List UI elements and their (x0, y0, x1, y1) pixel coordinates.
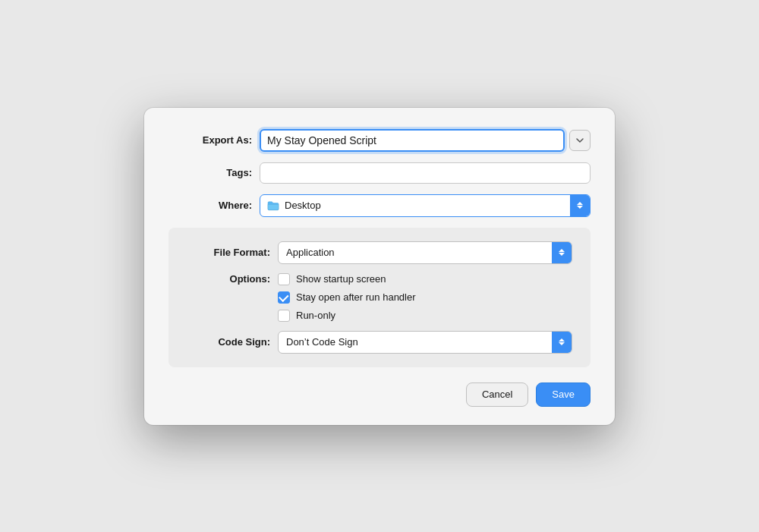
export-as-input[interactable] (260, 129, 565, 152)
where-chevron-button[interactable] (570, 194, 590, 217)
tags-input[interactable] (260, 162, 591, 184)
where-label: Where: (168, 200, 252, 211)
stay-open-checkbox-row[interactable]: Stay open after run handler (278, 291, 416, 304)
folder-icon (266, 200, 280, 211)
run-only-checkbox-row[interactable]: Run-only (278, 310, 416, 322)
code-sign-label: Code Sign: (187, 336, 270, 348)
run-only-checkbox[interactable] (278, 310, 290, 322)
file-format-select[interactable]: Application (278, 241, 572, 264)
chevron-updown-icon (577, 202, 583, 209)
chevron-updown-icon (559, 338, 565, 345)
file-format-chevron[interactable] (552, 241, 572, 264)
tags-label: Tags: (168, 167, 252, 178)
code-sign-select[interactable]: Don’t Code Sign (278, 331, 572, 354)
button-row: Cancel Save (168, 382, 591, 407)
chevron-down-icon (576, 138, 584, 143)
export-as-field-group (260, 129, 591, 152)
export-dialog: Export As: Tags: Where: Desktop (144, 108, 615, 425)
options-label: Options: (187, 273, 270, 285)
export-as-label: Export As: (168, 134, 252, 146)
export-as-row: Export As: (168, 129, 591, 152)
code-sign-chevron[interactable] (552, 331, 572, 354)
file-format-row: File Format: Application (187, 241, 572, 264)
where-value: Desktop (285, 200, 321, 211)
options-checkboxes-row: Options: Show startup screen Stay open a… (187, 273, 572, 322)
file-format-value: Application (279, 247, 552, 258)
stay-open-checkbox[interactable] (278, 291, 290, 304)
file-format-label: File Format: (187, 247, 270, 258)
tags-row: Tags: (168, 162, 591, 184)
where-select-wrapper[interactable]: Desktop (260, 194, 591, 217)
show-startup-checkbox[interactable] (278, 273, 290, 285)
export-as-dropdown-button[interactable] (569, 130, 591, 151)
code-sign-value: Don’t Code Sign (279, 336, 552, 348)
run-only-label: Run-only (296, 310, 335, 321)
save-button[interactable]: Save (536, 382, 591, 407)
code-sign-row: Code Sign: Don’t Code Sign (187, 331, 572, 354)
cancel-button[interactable]: Cancel (466, 382, 528, 407)
stay-open-label: Stay open after run handler (296, 291, 416, 303)
show-startup-checkbox-row[interactable]: Show startup screen (278, 273, 416, 285)
where-row: Where: Desktop (168, 194, 591, 217)
show-startup-label: Show startup screen (296, 273, 386, 285)
options-panel: File Format: Application Options: Show s… (168, 228, 591, 367)
options-group: Show startup screen Stay open after run … (278, 273, 416, 322)
chevron-updown-icon (559, 249, 565, 256)
where-content: Desktop (260, 200, 570, 211)
